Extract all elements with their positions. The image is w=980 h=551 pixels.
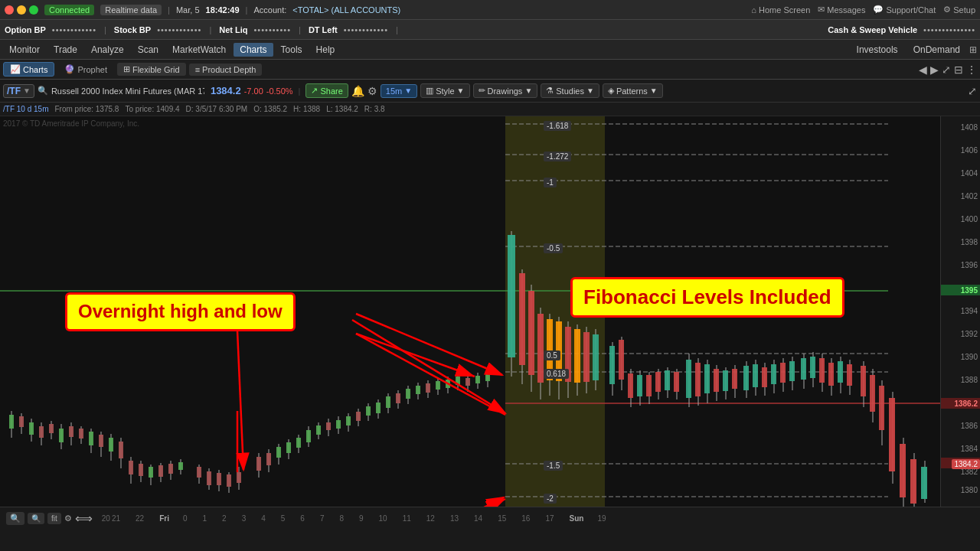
charts-tab-label: Charts xyxy=(23,65,47,74)
svg-rect-87 xyxy=(456,377,460,385)
svg-text:1406: 1406 xyxy=(961,146,978,155)
studies-button[interactable]: ⚗ Studies ▼ xyxy=(541,83,599,98)
account-label: Account: xyxy=(253,5,286,15)
price-axis: 1408 1406 1404 1402 1400 1398 1396 1395 … xyxy=(940,116,980,507)
period-selector[interactable]: 15m ▼ xyxy=(381,84,417,98)
date-display: Mar, 5 xyxy=(176,5,200,15)
tab-charts[interactable]: 📈 Charts xyxy=(3,62,54,77)
tab-prophet[interactable]: 🔮 Prophet xyxy=(57,62,114,77)
svg-rect-9 xyxy=(49,424,54,433)
patterns-button[interactable]: ◈ Patterns ▼ xyxy=(603,83,663,98)
svg-rect-125 xyxy=(655,372,661,392)
svg-rect-95 xyxy=(508,235,515,357)
chart-info-bar: /TF 10 d 15m From price: 1375.8 To price… xyxy=(0,103,980,116)
symbol-selector[interactable]: /TF ▼ xyxy=(3,84,34,98)
tab-flexible-grid[interactable]: ⊞ Flexible Grid xyxy=(117,63,186,76)
expand-chart-icon[interactable]: ⤢ xyxy=(968,85,977,97)
svg-rect-147 xyxy=(762,367,767,387)
svg-rect-143 xyxy=(743,366,749,390)
zoom-out-button[interactable]: 🔍 xyxy=(28,513,44,524)
nav-analyze[interactable]: Analyze xyxy=(85,43,130,57)
tab-product-depth[interactable]: ≡ Product Depth xyxy=(189,64,263,76)
period-label: 15m xyxy=(386,86,402,96)
svg-rect-165 xyxy=(847,364,852,386)
svg-rect-151 xyxy=(780,363,786,383)
time-label-13: 13 xyxy=(450,514,459,523)
setup-button[interactable]: ⚙ Setup xyxy=(943,5,975,15)
expand-button[interactable]: ⤢ xyxy=(942,64,951,76)
svg-rect-73 xyxy=(386,396,390,408)
svg-text:1402: 1402 xyxy=(961,192,978,201)
setup-label: Setup xyxy=(953,5,975,15)
ondemand-button[interactable]: OnDemand xyxy=(907,43,966,57)
time-label-3: 3 xyxy=(242,514,247,523)
cash-sweep-label: Cash & Sweep Vehicle xyxy=(828,25,917,34)
nav-tools[interactable]: Tools xyxy=(275,43,309,57)
svg-rect-109 xyxy=(574,329,580,383)
support-chat-button[interactable]: 💬 Support/Chat xyxy=(873,5,936,15)
svg-rect-61 xyxy=(326,422,331,430)
next-chart-button[interactable]: ▶ xyxy=(930,64,939,76)
time-label-19: 19 xyxy=(597,514,606,523)
chart-d: D: 3/5/17 6:30 PM xyxy=(186,105,248,113)
maximize-button[interactable] xyxy=(29,5,38,15)
svg-text:1392: 1392 xyxy=(961,330,978,338)
current-price: 1384.2 xyxy=(211,85,241,96)
minimize-button[interactable] xyxy=(17,5,26,15)
svg-rect-131 xyxy=(686,360,691,398)
svg-rect-91 xyxy=(475,376,480,383)
time-label-fri: Fri xyxy=(159,514,169,523)
top-bar: Connected Realtime data | Mar, 5 18:42:4… xyxy=(0,0,980,20)
search-icon[interactable]: 🔍 xyxy=(38,86,48,96)
drawings-button[interactable]: ✏ Drawings ▼ xyxy=(473,83,538,98)
window-controls[interactable] xyxy=(5,5,38,15)
alert-icon[interactable]: 🔔 xyxy=(351,85,364,97)
svg-rect-129 xyxy=(674,372,679,392)
nav-help[interactable]: Help xyxy=(310,43,341,57)
account-bar: Option BP •••••••••••• | Stock BP ••••••… xyxy=(0,20,980,40)
connected-status: Connected xyxy=(44,5,94,15)
home-screen-button[interactable]: ⌂ Home Screen xyxy=(751,5,810,15)
svg-rect-123 xyxy=(646,375,652,396)
gear-icon[interactable]: ⚙ xyxy=(64,514,72,523)
nav-scan[interactable]: Scan xyxy=(132,43,165,57)
flask-icon: ⚗ xyxy=(546,86,554,96)
zoom-in-button[interactable]: 🔍 xyxy=(6,512,24,525)
layout-icon[interactable]: ⊞ xyxy=(969,44,977,55)
realtime-badge: Realtime data xyxy=(100,5,162,15)
share-button[interactable]: ↗ Share xyxy=(305,83,348,98)
more-options-icon[interactable]: ⋮ xyxy=(966,64,977,76)
prophet-icon: 🔮 xyxy=(64,64,75,74)
svg-text:1408: 1408 xyxy=(961,123,978,132)
svg-rect-53 xyxy=(286,442,291,453)
charts-tab-icon: 📈 xyxy=(10,64,21,74)
support-icon: 💬 xyxy=(873,5,884,15)
svg-rect-93 xyxy=(485,373,490,381)
investools-button[interactable]: Investools xyxy=(851,43,904,57)
svg-rect-105 xyxy=(556,321,562,381)
nav-trade[interactable]: Trade xyxy=(47,43,83,57)
style-button[interactable]: ▥ Style ▼ xyxy=(420,83,469,98)
gear-icon: ⚙ xyxy=(943,5,951,15)
svg-text:1390: 1390 xyxy=(961,353,978,361)
messages-button[interactable]: ✉ Messages xyxy=(818,5,865,15)
grid-layout-button[interactable]: ⊟ xyxy=(954,64,963,76)
svg-rect-35 xyxy=(178,462,183,470)
chart-canvas[interactable]: 2017 © TD Ameritrade IP Company, Inc. xyxy=(0,116,940,507)
chart-symbol-info: /TF 10 d 15m xyxy=(3,105,48,113)
dropdown-icon: ▼ xyxy=(23,86,31,95)
svg-rect-167 xyxy=(861,366,866,396)
home-icon: ⌂ xyxy=(751,5,756,15)
nav-charts[interactable]: Charts xyxy=(234,43,273,57)
svg-rect-75 xyxy=(396,393,400,403)
svg-rect-177 xyxy=(910,459,916,504)
prev-chart-button[interactable]: ◀ xyxy=(919,64,927,76)
svg-text:1394: 1394 xyxy=(961,307,978,315)
nav-marketwatch[interactable]: MarketWatch xyxy=(166,43,232,57)
fit-button[interactable]: fit xyxy=(47,513,61,524)
price-axis-svg: 1408 1406 1404 1402 1400 1398 1396 1395 … xyxy=(941,116,980,507)
depth-icon: ≡ xyxy=(195,65,200,74)
close-button[interactable] xyxy=(5,5,14,15)
nav-monitor[interactable]: Monitor xyxy=(3,43,46,57)
settings-icon[interactable]: ⚙ xyxy=(368,85,377,97)
